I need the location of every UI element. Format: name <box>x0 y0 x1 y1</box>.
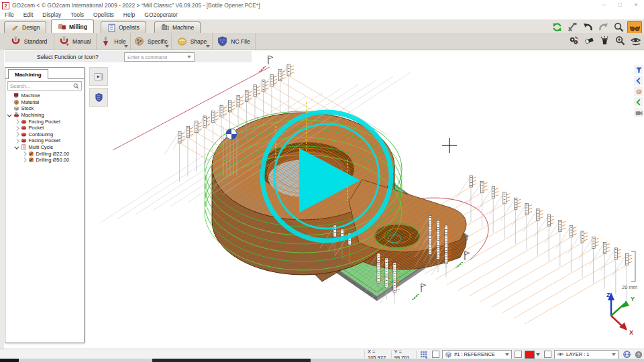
t-op-icon <box>21 119 27 125</box>
t-op-icon <box>21 125 27 131</box>
scale-label: 20 mm <box>622 284 637 290</box>
left-gutter <box>0 50 4 349</box>
t-stock-icon <box>13 105 19 111</box>
tree-item-label: Drilling Ø22.00 <box>36 151 70 157</box>
expand-icon[interactable] <box>15 126 19 130</box>
svg-text:?: ? <box>637 352 640 357</box>
tab-machining[interactable]: Machining <box>8 69 48 79</box>
tree-item-label: Facing Pocket <box>29 137 61 143</box>
x-coordinate-readout: X = 105.972 <box>364 351 392 358</box>
expand-icon[interactable] <box>15 132 19 136</box>
expand-icon[interactable] <box>22 158 26 162</box>
camera-icon <box>635 109 643 117</box>
axis-triad: ZYX <box>606 292 635 336</box>
viewport-3d[interactable]: 4920 mmZYX <box>0 0 644 362</box>
camera-button[interactable] <box>634 108 643 117</box>
collapse-icon[interactable] <box>15 145 19 149</box>
layer-combo[interactable]: LAYER : 1 <box>554 350 619 359</box>
tree-item-label: Drilling Ø50.00 <box>36 157 70 163</box>
solid-button[interactable] <box>634 86 643 96</box>
tree-item-label: Contouring <box>29 131 54 137</box>
y-coordinate-readout: Y = 99.701 <box>392 351 417 358</box>
tree-item-machining[interactable]: Machining <box>7 112 83 119</box>
reference-plane-combo[interactable]: #1 : REFERENCE <box>442 350 512 359</box>
chevron-green-icon <box>635 99 643 106</box>
t-machining-icon <box>13 112 19 118</box>
t-multi-icon <box>21 144 27 150</box>
collapse-icon[interactable] <box>7 113 11 117</box>
plane-checkbox[interactable] <box>515 351 522 358</box>
tree-item-label: Machine <box>21 93 40 99</box>
x-axis-label: X <box>629 329 633 336</box>
chevron-blue-icon <box>635 77 643 84</box>
tree-item-label: Pocket <box>29 125 44 131</box>
t-material-icon <box>13 99 19 105</box>
tree-item-drilling-50-00[interactable]: Drilling Ø50.00 <box>7 157 83 164</box>
tree-item-label: Facing Pocket <box>29 119 61 125</box>
t-op-icon <box>21 137 27 143</box>
expand-icon[interactable] <box>22 152 26 156</box>
expand-icon[interactable] <box>15 119 19 123</box>
status-widgets: #1 : REFERENCELAYER : 1? <box>419 350 644 359</box>
chevron-down-icon <box>612 353 616 356</box>
tab-label: Milling <box>69 23 87 30</box>
projection-button[interactable] <box>621 350 632 359</box>
filter-icon <box>635 66 643 74</box>
t-op-icon <box>21 131 27 137</box>
window-bottom-edge <box>0 359 644 362</box>
t-drill-icon <box>28 151 34 157</box>
tree-item-stock[interactable]: Stock <box>7 105 83 112</box>
macro-panel-button[interactable] <box>89 67 108 86</box>
filter-button[interactable] <box>634 65 643 74</box>
tree-item-facing-pocket[interactable]: Facing Pocket <box>7 137 83 144</box>
chevron-down-icon <box>505 353 509 356</box>
grid-checkbox[interactable] <box>432 351 439 358</box>
tool-shield-button[interactable] <box>89 88 108 107</box>
tab-milling[interactable]: Milling <box>51 19 94 33</box>
view-rail <box>634 65 643 117</box>
chevron-green-button[interactable] <box>634 97 643 107</box>
reference-plane-label: #1 : REFERENCE <box>454 351 495 357</box>
machining-tree: MachineMaterialStockMachiningFacing Pock… <box>7 93 83 341</box>
search-placeholder: Search... <box>10 83 30 89</box>
grid-toggle-button[interactable] <box>419 350 429 359</box>
grid-icon <box>420 351 428 359</box>
tree-item-machine[interactable]: Machine <box>7 93 83 99</box>
tree-item-label: Machining <box>21 112 44 118</box>
t-machine-icon <box>13 93 19 99</box>
search-icon <box>73 83 79 89</box>
solid-icon <box>635 88 643 95</box>
t-drill-icon <box>28 157 34 163</box>
tree-item-multi-cycle[interactable]: Multi Cycle <box>7 144 83 151</box>
help-icon: ? <box>635 351 643 359</box>
z-axis-label: Z <box>606 292 610 298</box>
tree-item-pocket[interactable]: Pocket <box>7 125 83 131</box>
tree-item-label: Multi Cycle <box>29 144 54 150</box>
globe-arrows-icon <box>623 350 631 359</box>
cube-icon <box>445 351 452 358</box>
search-input[interactable]: Search... <box>7 81 82 90</box>
status-bar: X = 105.972 Y = 99.701 #1 : REFERENCELAY… <box>0 349 644 359</box>
machining-panel: Machining Search... MachineMaterialStock… <box>5 67 85 343</box>
color-checkbox[interactable] <box>544 351 551 358</box>
eye-icon <box>557 351 564 358</box>
layer-label: LAYER : 1 <box>566 351 589 357</box>
chevron-blue-button[interactable] <box>634 76 643 85</box>
tree-item-label: Material <box>21 99 40 105</box>
tree-item-label: Stock <box>21 105 34 111</box>
tree-item-facing-pocket[interactable]: Facing Pocket <box>7 118 83 125</box>
milling-icon <box>58 22 66 31</box>
expand-icon[interactable] <box>15 139 19 143</box>
go2cam-window: 4920 mmZYX 2 GO2cam < © GO2cam Internati… <box>0 0 644 362</box>
color-swatch[interactable] <box>525 351 535 359</box>
y-axis-label: Y <box>631 296 635 302</box>
tree-item-contouring[interactable]: Contouring <box>7 131 83 138</box>
help-button[interactable]: ? <box>633 350 644 359</box>
shield-small-icon <box>94 93 104 103</box>
crosshair-cursor <box>442 138 457 153</box>
tree-item-drilling-22-00[interactable]: Drilling Ø22.00 <box>7 150 83 157</box>
color-dropdown-icon[interactable] <box>536 353 540 356</box>
macro-icon <box>94 72 104 82</box>
scale-bar: 20 mm <box>622 251 637 290</box>
tree-item-material[interactable]: Material <box>7 99 83 106</box>
